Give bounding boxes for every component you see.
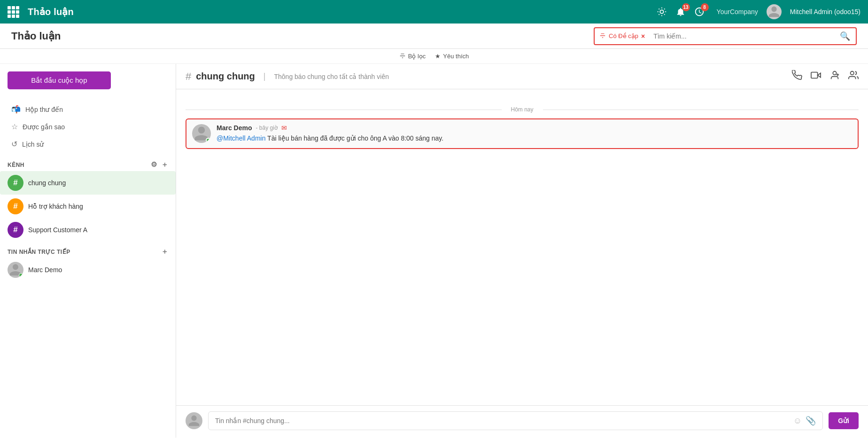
topnav-icons: 13 8 YourCompany Mitchell Admin (odoo15) [657, 4, 860, 19]
dm-online-dot-marc [19, 273, 23, 277]
message-sender-name: Marc Demo [217, 124, 252, 132]
user-name: Mitchell Admin (odoo15) [790, 8, 860, 16]
page-title: Thảo luận [11, 30, 61, 42]
history-icon: ↺ [11, 140, 17, 149]
kenh-section-label: KÊNH [8, 162, 24, 168]
message-content: Marc Demo - bây giờ ✉ @Mitchell Admin Tà… [217, 124, 852, 143]
chat-channel-desc: Thông báo chung cho tất cả thành viên [274, 73, 389, 80]
chat-hash-icon: # [186, 71, 191, 83]
star-outline-icon: ☆ [11, 122, 18, 131]
phone-icon[interactable] [792, 70, 802, 83]
sidebar-item-history-label: Lịch sử [22, 141, 44, 148]
chat-header-divider: | [264, 71, 266, 81]
bo-loc-label: Bộ lọc [408, 53, 426, 60]
main-layout: Bắt đầu cuộc họp 📬 Hộp thư đến ☆ Được gắ… [0, 64, 868, 438]
search-icon[interactable]: 🔍 [834, 28, 856, 44]
svg-point-6 [851, 71, 854, 75]
dm-section-label: TIN NHẮN TRỰC TIẾP [8, 249, 70, 255]
user-avatar[interactable] [767, 4, 782, 19]
members-icon[interactable] [848, 70, 859, 83]
start-meeting-button[interactable]: Bắt đầu cuộc họp [8, 71, 111, 89]
svg-point-3 [833, 71, 836, 75]
grid-menu-icon[interactable] [8, 6, 19, 18]
message-header: Marc Demo - bây giờ ✉ [217, 124, 852, 132]
filter-chip: Có Đề cập × [595, 31, 650, 42]
chat-input-avatar [186, 412, 202, 429]
svg-marker-1 [818, 73, 821, 77]
dm-avatar-marc [8, 262, 23, 278]
filter-chip-close[interactable]: × [641, 32, 645, 40]
chat-header: # chung chung | Thông báo chung cho tất … [176, 64, 868, 89]
video-icon[interactable] [811, 70, 821, 83]
channel-item-chung-chung[interactable]: # chung chung [0, 171, 176, 195]
channel-badge-hotro: # [8, 198, 23, 214]
chat-area: # chung chung | Thông báo chung cho tất … [176, 64, 868, 438]
message-row: Marc Demo - bây giờ ✉ @Mitchell Admin Tà… [186, 118, 859, 149]
search-bar: Có Đề cập × 🔍 [594, 27, 857, 45]
add-member-icon[interactable] [829, 70, 840, 83]
sidebar-item-starred[interactable]: ☆ Được gắn sao [0, 118, 176, 135]
message-avatar [192, 124, 211, 143]
subheader: Thảo luận Có Đề cập × 🔍 [0, 24, 868, 49]
channel-badge-support-customer: # [8, 222, 23, 238]
notifications-badge: 13 [682, 3, 690, 11]
company-name: YourCompany [717, 8, 758, 16]
activity-badge: 8 [701, 3, 709, 11]
chat-input-area: ☺ 📎 Gửi [176, 405, 868, 438]
kenh-section-header: KÊNH ⚙ ＋ [0, 157, 176, 171]
channel-badge-chung-chung: # [8, 175, 23, 191]
sidebar-item-inbox-label: Hộp thư đến [25, 106, 63, 113]
inbox-icon: 📬 [11, 105, 21, 114]
svg-rect-2 [811, 72, 818, 79]
dm-item-marc[interactable]: Marc Demo [0, 258, 176, 282]
message-email-icon: ✉ [281, 124, 287, 132]
chat-channel-name: chung chung [196, 71, 255, 82]
activity-btn[interactable]: 8 [694, 7, 705, 17]
date-divider: Hôm nay [186, 106, 859, 113]
notifications-btn[interactable]: 13 [675, 7, 686, 17]
app-title: Thảo luận [28, 6, 74, 17]
yeu-thich-btn[interactable]: ★ Yêu thích [435, 53, 469, 60]
chat-input-box: ☺ 📎 [208, 411, 823, 430]
channel-name-support-customer: Support Customer A [28, 226, 87, 234]
kenh-settings-icon[interactable]: ⚙ [151, 160, 157, 169]
topnav: Thảo luận 13 8 YourCompany Mitchell Admi… [0, 0, 868, 24]
message-time: - bây giờ [256, 125, 277, 131]
message-mention: @Mitchell Admin [217, 134, 265, 142]
chat-messages: Hôm nay Marc Demo - bây giờ ✉ @Mitchell … [176, 89, 868, 405]
star-icon: ★ [435, 53, 441, 60]
sidebar-item-inbox[interactable]: 📬 Hộp thư đến [0, 101, 176, 118]
message-body-rest: Tài liệu bán hàng đã được gửi cho ông A … [265, 134, 443, 142]
sidebar: Bắt đầu cuộc họp 📬 Hộp thư đến ☆ Được gắ… [0, 64, 176, 438]
channel-name-hotro: Hỗ trợ khách hàng [28, 203, 83, 210]
channel-name-chung-chung: chung chung [28, 179, 66, 187]
emoji-icon[interactable]: ☺ [793, 416, 802, 426]
dm-add-icon[interactable]: ＋ [161, 247, 169, 256]
attachment-icon[interactable]: 📎 [806, 416, 816, 426]
kenh-add-icon[interactable]: ＋ [161, 160, 169, 169]
start-meeting-section: Bắt đầu cuộc họp [0, 64, 176, 97]
filter-chip-label: Có Đề cập [609, 32, 638, 39]
sidebar-item-history[interactable]: ↺ Lịch sử [0, 135, 176, 153]
sidebar-item-starred-label: Được gắn sao [23, 123, 65, 131]
dm-section-header: TIN NHẮN TRỰC TIẾP ＋ [0, 242, 176, 258]
message-body: @Mitchell Admin Tài liệu bán hàng đã đượ… [217, 134, 852, 143]
kenh-section-actions: ⚙ ＋ [151, 160, 168, 169]
chat-header-icons [792, 70, 859, 83]
svg-point-0 [660, 10, 663, 13]
bo-loc-btn[interactable]: Bộ lọc [399, 53, 426, 60]
channel-item-hotro[interactable]: # Hỗ trợ khách hàng [0, 195, 176, 218]
bug-icon-btn[interactable] [657, 7, 667, 17]
channel-item-support-customer[interactable]: # Support Customer A [0, 218, 176, 242]
message-online-dot [206, 138, 210, 142]
chat-message-input[interactable] [215, 417, 790, 424]
sidebar-menu: 📬 Hộp thư đến ☆ Được gắn sao ↺ Lịch sử [0, 97, 176, 157]
filter-row: Bộ lọc ★ Yêu thích [0, 49, 868, 64]
yeu-thich-label: Yêu thích [443, 53, 469, 60]
dm-name-marc: Marc Demo [28, 266, 62, 274]
search-input[interactable] [650, 30, 834, 43]
send-button[interactable]: Gửi [829, 412, 859, 429]
